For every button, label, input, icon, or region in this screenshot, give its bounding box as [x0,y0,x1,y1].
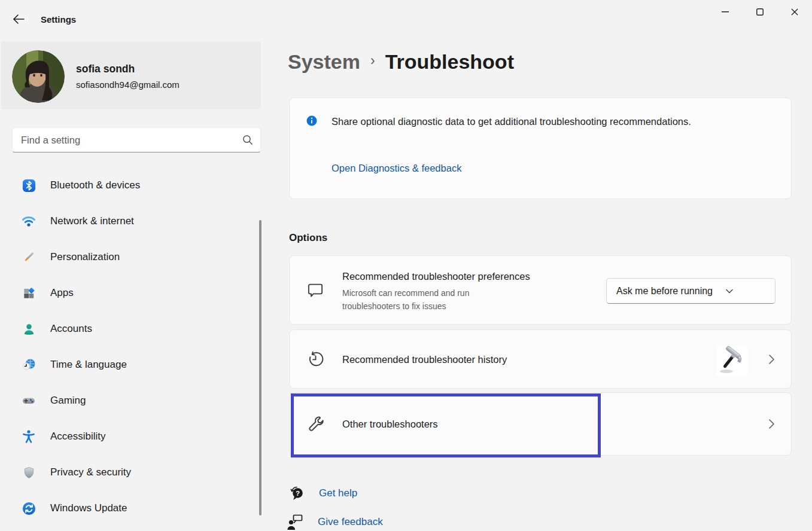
user-account-card[interactable]: sofia sondh sofiasondh94@gmail.com [1,41,261,109]
chevron-right-icon [769,419,774,429]
sidebar-item-label: Network & internet [50,215,134,227]
preferences-dropdown[interactable]: Ask me before running [606,278,775,304]
update-icon [22,501,36,515]
sidebar-item-label: Accessibility [50,431,106,443]
breadcrumb-parent[interactable]: System [288,50,360,74]
sidebar-item-label: Privacy & security [50,466,131,478]
back-button[interactable] [10,11,28,28]
sidebar-item-network-internet[interactable]: Network & internet [0,203,260,239]
sidebar-item-accounts[interactable]: Accounts [0,311,260,347]
avatar [12,50,65,103]
wrench-icon [306,415,325,434]
minimize-button[interactable] [708,0,743,24]
sidebar-item-bluetooth-devices[interactable]: Bluetooth & devices [0,167,260,203]
sidebar-scrollbar[interactable] [259,220,261,515]
close-icon [791,8,798,16]
sidebar-item-label: Apps [50,287,74,299]
minimize-icon [722,11,729,13]
dropdown-value: Ask me before running [616,286,713,297]
shield-icon [22,465,36,480]
search-box [12,127,261,152]
breadcrumb-separator-icon: › [370,53,375,69]
give-feedback-link[interactable]: Give feedback [287,513,383,531]
apps-icon [22,286,36,300]
breadcrumb: System › Troubleshoot [288,50,514,74]
maximize-icon [756,8,764,16]
row-subtitle: Microsoft can recommend and run troubles… [342,286,528,313]
open-diagnostics-feedback-link[interactable]: Open Diagnostics & feedback [332,163,461,174]
sidebar-item-personalization[interactable]: Personalization [0,239,260,275]
clock-globe-icon [22,358,36,372]
sidebar-item-time-language[interactable]: Time & language [0,347,260,383]
feedback-bubble-icon [306,281,324,299]
sidebar-item-accessibility[interactable]: Accessibility [0,419,260,454]
options-heading: Options [289,232,327,244]
sidebar-item-label: Personalization [50,251,120,263]
accessibility-icon [22,429,36,444]
brush-icon [22,250,36,264]
sidebar-item-label: Windows Update [50,502,127,514]
footer-link-label: Get help [319,487,357,499]
svg-text:?: ? [296,490,300,497]
chevron-down-icon [726,289,733,294]
get-help-icon: ? [288,484,306,502]
troubleshooter-history-row[interactable]: Recommended troubleshooter history [289,329,792,389]
bluetooth-icon [22,178,36,193]
app-title: Settings [41,14,76,25]
sidebar-item-label: Gaming [50,395,86,407]
user-name: sofia sondh [76,63,135,75]
sidebar-item-privacy-security[interactable]: Privacy & security [0,454,260,490]
row-title: Recommended troubleshooter history [342,353,507,365]
window-controls [708,0,812,26]
title-bar: Settings [0,0,812,30]
maximize-button[interactable] [743,0,777,24]
row-title: Other troubleshooters [342,419,438,430]
troubleshooter-preferences-row: Recommended troubleshooter preferences M… [289,255,792,325]
search-icon [242,135,253,145]
chevron-right-icon [769,355,774,364]
sidebar-item-windows-update[interactable]: Windows Update [0,490,260,526]
sidebar-item-label: Time & language [50,359,127,371]
sidebar-item-apps[interactable]: Apps [0,275,260,311]
sidebar-item-label: Accounts [50,323,92,335]
banner-text: Share optional diagnostic data to get ad… [332,114,705,130]
person-icon [22,322,36,336]
info-icon [306,115,317,126]
user-email: sofiasondh94@gmail.com [76,80,180,90]
search-input[interactable] [21,128,236,152]
footer-link-label: Give feedback [318,516,383,528]
get-help-link[interactable]: ? Get help [288,484,357,502]
history-icon [306,350,325,368]
diagnostic-info-banner: Share optional diagnostic data to get ad… [289,97,792,199]
gamepad-icon [22,393,36,408]
row-title: Recommended troubleshooter preferences [342,271,530,282]
close-button[interactable] [777,0,812,24]
hammer-cursor-image [716,346,747,376]
sidebar-nav: Bluetooth & devices Network & internet P… [0,167,260,526]
sidebar-item-gaming[interactable]: Gaming [0,383,260,419]
give-feedback-icon [287,513,305,531]
other-troubleshooters-row[interactable]: Other troubleshooters [289,392,792,456]
sidebar-item-label: Bluetooth & devices [50,179,140,191]
wifi-icon [22,214,36,228]
back-arrow-icon [13,14,25,24]
page-title: Troubleshoot [385,50,514,74]
